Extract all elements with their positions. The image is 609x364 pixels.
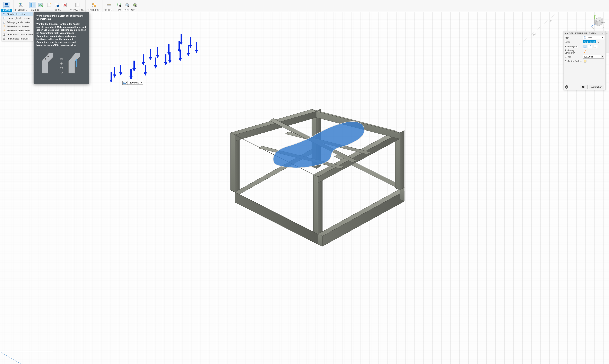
tooltip-line2: Wählen Sie Flächen, Kanten oder Knoten e… bbox=[37, 23, 86, 46]
direction-angle-icon[interactable] bbox=[593, 45, 597, 48]
tooltip-line1: Wendet strukturelle Lasten auf ausgewähl… bbox=[37, 14, 83, 20]
groesse-dropdown[interactable] bbox=[601, 55, 604, 59]
load-type-icon bbox=[583, 36, 586, 39]
ribbon-label-anzeige[interactable]: ANZEIGE bbox=[31, 9, 42, 12]
ribbon-group-kontakte: KONTAKTE bbox=[13, 0, 28, 12]
label-einheiten: Einheiten ändern bbox=[565, 60, 583, 62]
ribbon-label-verwalten[interactable]: VERWALTEN bbox=[70, 9, 84, 12]
ribbon-group-waehlen: WÄHLEN SIE AUS bbox=[115, 0, 139, 12]
svg-point-22 bbox=[3, 29, 5, 31]
svg-point-10 bbox=[48, 6, 49, 6]
ribbon-label-waehlen[interactable]: WÄHLEN SIE AUS bbox=[118, 9, 136, 12]
ribbon-label-kontakte[interactable]: KONTAKTE bbox=[14, 9, 27, 12]
ribbon-label-ergebnisse[interactable]: ERGEBNISSE bbox=[87, 9, 102, 12]
ribbon-group-ergebnisse: ERGEBNISSE bbox=[86, 0, 103, 12]
typ-select[interactable]: Kraft bbox=[586, 36, 604, 39]
svg-rect-46 bbox=[584, 60, 586, 62]
viewcube[interactable]: VORNE LINKS Y Z bbox=[591, 14, 605, 29]
svg-point-28 bbox=[60, 59, 63, 60]
display-toggle-2-icon[interactable] bbox=[37, 2, 44, 8]
ribbon-label-lasten[interactable]: LASTEN bbox=[1, 9, 12, 12]
svg-point-30 bbox=[61, 64, 62, 64]
dropdown-item-linear[interactable]: Lineare globale Lasten bbox=[1, 16, 33, 20]
flip-direction-icon[interactable] bbox=[583, 50, 587, 53]
solve-settings-icon[interactable] bbox=[54, 2, 60, 8]
label-umkehren: Richtung umkehren bbox=[565, 49, 583, 54]
svg-point-9 bbox=[48, 5, 49, 5]
structural-loads-panel: ◂ ● STRUKTURELLE LASTEN ↦ Typ Kraft Ziel… bbox=[564, 31, 606, 90]
dropdown-label: Strukturelle Lasten bbox=[7, 13, 26, 15]
dropdown-label: Schräge globale Lasten bbox=[7, 21, 30, 24]
solve-precheck-icon[interactable] bbox=[46, 2, 53, 8]
svg-rect-43 bbox=[584, 38, 586, 39]
dropdown-item-structural[interactable]: Strukturelle Lasten L bbox=[1, 12, 33, 16]
svg-rect-3 bbox=[33, 3, 35, 5]
svg-rect-20 bbox=[3, 15, 5, 15]
inline-force-input[interactable] bbox=[122, 81, 143, 85]
info-icon[interactable]: i bbox=[565, 85, 568, 89]
dropdown-item-gravity-on[interactable]: Schwerkraft aktivieren bbox=[1, 24, 33, 28]
dropdown-item-pointmass-auto[interactable]: Punktmasse (automatisch) bbox=[1, 33, 33, 37]
ziele-chip[interactable]: 1 Fläche bbox=[583, 40, 596, 43]
svg-text:VORNE: VORNE bbox=[601, 22, 605, 23]
force-type-icon[interactable] bbox=[123, 81, 128, 85]
svg-text:Y: Y bbox=[595, 15, 596, 16]
point-mass-manual-icon bbox=[3, 37, 6, 40]
select-face-icon[interactable] bbox=[132, 2, 138, 8]
svg-text:300: 300 bbox=[548, 19, 552, 23]
inline-force-dropdown[interactable] bbox=[140, 81, 143, 85]
svg-rect-0 bbox=[4, 6, 9, 7]
ribbon-toolbar: LASTEN KONTAKTE ANZEIGE LÖSEN bbox=[0, 0, 609, 12]
svg-point-21 bbox=[3, 25, 5, 26]
cancel-button[interactable]: Abbrechen bbox=[589, 85, 604, 89]
svg-text:250: 250 bbox=[533, 33, 536, 36]
ribbon-group-pruefen: PRÜFEN bbox=[103, 0, 115, 12]
point-mass-auto-icon bbox=[3, 33, 6, 36]
results-tool-icon[interactable] bbox=[91, 2, 97, 8]
structural-load-icon bbox=[3, 13, 6, 15]
contacts-tool-icon[interactable] bbox=[17, 2, 24, 8]
svg-point-1 bbox=[19, 6, 23, 7]
inspect-measure-icon[interactable] bbox=[106, 2, 112, 8]
manage-list-icon[interactable] bbox=[74, 2, 81, 8]
ziele-clear-icon[interactable]: ✕ bbox=[597, 41, 599, 43]
ribbon-group-anzeige: ANZEIGE bbox=[28, 0, 45, 12]
panel-title-row[interactable]: ◂ ● STRUKTURELLE LASTEN ↦ bbox=[564, 31, 606, 35]
ribbon-group-loesen: LÖSEN bbox=[45, 0, 69, 12]
3d-viewport[interactable]: 200 250 300 350 bbox=[0, 12, 609, 364]
ribbon-label-loesen[interactable]: LÖSEN bbox=[53, 9, 61, 12]
tooltip-illustration bbox=[37, 49, 86, 81]
direction-normal-icon[interactable] bbox=[583, 45, 587, 48]
dropdown-item-pointmass-manual[interactable]: Punktmasse (manuell) bbox=[1, 37, 33, 41]
side-tab-collapse-icon[interactable]: ◂◂ bbox=[606, 33, 609, 35]
svg-rect-44 bbox=[584, 47, 586, 48]
groesse-input[interactable] bbox=[583, 55, 601, 59]
dropdown-label: Schwerkraft aktivieren bbox=[7, 25, 29, 28]
tooltip-panel: Wendet strukturelle Lasten auf ausgewähl… bbox=[34, 12, 89, 84]
change-units-icon[interactable] bbox=[583, 59, 587, 63]
collapse-icon[interactable]: ◂ bbox=[565, 32, 566, 35]
dropdown-label: Punktmasse (manuell) bbox=[7, 38, 29, 40]
ribbon-group-verwalten: VERWALTEN bbox=[69, 0, 86, 12]
dropdown-item-oblique[interactable]: Schräge globale Lasten bbox=[1, 20, 33, 24]
inline-force-value[interactable] bbox=[128, 81, 140, 85]
svg-rect-2 bbox=[30, 3, 32, 7]
structural-load-tool-icon[interactable] bbox=[3, 2, 10, 8]
svg-point-24 bbox=[4, 34, 4, 35]
svg-point-17 bbox=[94, 5, 96, 7]
side-tab-erste-schritte[interactable]: ◂◂ ERSTE SCHRITTE bbox=[606, 31, 609, 53]
direction-vector-icon[interactable] bbox=[588, 45, 592, 48]
svg-rect-4 bbox=[33, 5, 35, 7]
select-window-icon[interactable] bbox=[116, 2, 123, 8]
ribbon-label-pruefen[interactable]: PRÜFEN bbox=[104, 9, 114, 12]
solve-cancel-icon[interactable] bbox=[61, 2, 68, 8]
display-toggle-1-icon[interactable] bbox=[29, 2, 36, 8]
pin-icon[interactable]: ↦ bbox=[602, 32, 604, 35]
select-body-icon[interactable] bbox=[124, 2, 130, 8]
svg-point-27 bbox=[48, 56, 49, 57]
dropdown-item-gravity-edit[interactable]: Schwerkraft bearbeiten bbox=[1, 28, 33, 33]
ok-button[interactable]: OK bbox=[580, 85, 588, 89]
svg-point-8 bbox=[48, 4, 49, 4]
dropdown-shortcut: L bbox=[30, 13, 32, 15]
panel-title: STRUKTURELLE LASTEN bbox=[569, 32, 596, 35]
